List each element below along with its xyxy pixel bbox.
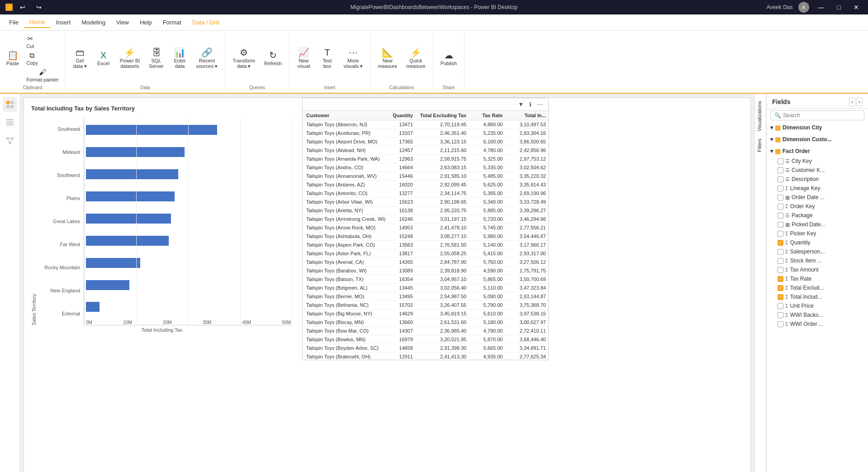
table-row[interactable]: Tailspin Toys (Armstrong Creek, WI)16246… [303, 215, 548, 224]
get-data-btn[interactable]: 🗃 Getdata ▾ [69, 46, 91, 71]
field-item[interactable]: ΣStock Item ... [767, 256, 868, 265]
table-row[interactable]: Tailspin Toys (Aspen Park, CO)135632,76,… [303, 241, 548, 249]
field-checkbox[interactable] [778, 158, 783, 164]
field-item[interactable]: ▦Picked Date... [767, 220, 868, 229]
table-row[interactable]: Tailspin Toys (Arbor Vitae, WI)156232,90… [303, 198, 548, 206]
table-row[interactable]: Tailspin Toys (Airport Drive, MO)173653,… [303, 138, 548, 146]
table-row[interactable]: Tailspin Toys (Andrix, CO)146642,63,083.… [303, 163, 548, 172]
table-row[interactable]: Tailspin Toys (Antonito, CO)132772,34,11… [303, 189, 548, 198]
new-visual-btn[interactable]: 📈 Newvisual [293, 46, 315, 71]
copy-btn[interactable]: ⧉ Copy [24, 51, 41, 67]
table-row[interactable]: Tailspin Toys (Avenal, CA)142652,84,787.… [303, 258, 548, 267]
maximize-btn[interactable]: □ [834, 2, 844, 13]
publish-btn[interactable]: ☁ Publish [437, 49, 460, 68]
report-view-icon[interactable] [3, 97, 17, 112]
field-checkbox[interactable] [778, 312, 783, 318]
field-item[interactable]: ΣUnit Price [767, 301, 868, 310]
table-row[interactable]: Tailspin Toys (Baraboo, WI)130892,39,818… [303, 267, 548, 275]
field-checkbox[interactable] [778, 195, 783, 200]
table-row[interactable]: Tailspin Toys (Ashtabula, OH)152483,08,2… [303, 232, 548, 241]
model-view-icon[interactable] [3, 133, 17, 148]
col-quantity[interactable]: Quantity [389, 111, 417, 120]
table-scroll[interactable]: Customer Quantity Total Excluding Tax Ta… [303, 111, 548, 360]
table-row[interactable]: Tailspin Toys (Biscay, MN)136602,61,531.… [303, 318, 548, 327]
field-checkbox[interactable] [778, 176, 783, 182]
refresh-btn[interactable]: ↻ Refresh [261, 49, 285, 68]
field-item[interactable]: ΣPicker Key [767, 229, 868, 238]
table-row[interactable]: Tailspin Toys (Astor Park, FL)138172,55,… [303, 249, 548, 258]
field-item[interactable]: ✓ΣTax Rate [767, 274, 868, 283]
table-row[interactable]: Tailspin Toys (Bernie, MO)134952,54,987.… [303, 292, 548, 301]
field-checkbox[interactable] [778, 231, 783, 237]
menu-insert[interactable]: Insert [51, 17, 76, 28]
field-item[interactable]: ΣSalesperson... [767, 247, 868, 256]
quick-measure-btn[interactable]: ⚡ Quickmeasure [403, 46, 429, 71]
table-row[interactable]: Tailspin Toys (Amanda Park, WA)129632,58… [303, 155, 548, 163]
table-more-btn[interactable]: ⋯ [535, 100, 545, 109]
filters-tab[interactable]: Filters [755, 135, 766, 156]
report-canvas[interactable]: Total Including Tax by Sales Territory S… [24, 97, 751, 472]
field-item[interactable]: ☰Package [767, 211, 868, 220]
field-group-header[interactable]: ▾▦Fact Order [767, 146, 868, 157]
table-row[interactable]: Tailspin Toys (Bratenahl, OH)129112,41,4… [303, 353, 548, 361]
visualizations-tab[interactable]: Visualizations [755, 97, 766, 135]
table-row[interactable]: Tailspin Toys (Annamoriah, WV)154462,91,… [303, 172, 548, 181]
menu-modeling[interactable]: Modeling [76, 17, 111, 28]
transform-data-btn[interactable]: ⚙ Transformdata ▾ [229, 46, 259, 71]
table-row[interactable]: Tailspin Toys (Aceitunas, PR)131072,46,3… [303, 129, 548, 138]
col-customer[interactable]: Customer [303, 111, 389, 120]
cut-btn[interactable]: ✂ Cut [24, 33, 37, 50]
undo-btn[interactable]: ↩ [16, 2, 29, 13]
table-filter-btn[interactable]: ▼ [516, 100, 526, 109]
field-item[interactable]: ✓ΣTotal Exclud... [767, 283, 868, 292]
field-item[interactable]: ▦Order Date ... [767, 193, 868, 202]
field-item[interactable]: ΣTax Amount [767, 265, 868, 274]
close-btn[interactable]: ✕ [850, 2, 863, 13]
menu-help[interactable]: Help [134, 17, 157, 28]
field-checkbox[interactable] [778, 249, 783, 255]
menu-data-drill[interactable]: Data / Drill [187, 17, 225, 28]
field-item[interactable]: ☰Description [767, 175, 868, 184]
field-group-header[interactable]: ▾▦Dimension Custo... [767, 134, 868, 145]
table-row[interactable]: Tailspin Toys (Big Moose, NY)146293,45,8… [303, 310, 548, 318]
field-item[interactable]: ΣWWI Order ... [767, 319, 868, 329]
field-checkbox[interactable]: ✓ [778, 285, 783, 291]
field-item[interactable]: ΣWWI Backo... [767, 310, 868, 319]
table-row[interactable]: Tailspin Toys (Alstead, NH)124572,11,215… [303, 146, 548, 155]
menu-home[interactable]: Home [24, 17, 51, 28]
table-info-btn[interactable]: ℹ [527, 100, 533, 109]
field-checkbox[interactable] [778, 222, 783, 228]
user-avatar[interactable]: A [798, 2, 809, 13]
table-row[interactable]: Tailspin Toys (Antares, AZ)160202,92,099… [303, 181, 548, 189]
field-item[interactable]: ΣOrder Key [767, 202, 868, 211]
recent-sources-btn[interactable]: 🔗 Recentsources ▾ [193, 46, 222, 71]
fields-nav-prev[interactable]: ‹ [849, 97, 855, 106]
excel-btn[interactable]: X Excel [93, 49, 114, 68]
text-box-btn[interactable]: T Textbox [317, 46, 338, 71]
table-row[interactable]: Tailspin Toys (Arrow Rock, MO)149532,41,… [303, 224, 548, 232]
field-checkbox[interactable] [778, 321, 783, 327]
redo-btn[interactable]: ↪ [33, 2, 45, 13]
table-row[interactable]: Tailspin Toys (Batson, TX)163543,04,957.… [303, 275, 548, 284]
menu-format[interactable]: Format [157, 17, 187, 28]
table-row[interactable]: Tailspin Toys (Bowlus, MN)169793,20,521.… [303, 335, 548, 344]
field-checkbox[interactable] [778, 186, 783, 191]
new-measure-btn[interactable]: 📐 Newmeasure [374, 46, 401, 71]
col-total-excl-tax[interactable]: Total Excluding Tax [417, 111, 470, 120]
power-bi-datasets-btn[interactable]: ⚡ Power BIdatasets [116, 46, 144, 71]
table-row[interactable]: Tailspin Toys (Belgreen, AL)134453,02,05… [303, 284, 548, 292]
fields-search-box[interactable]: 🔍 [770, 110, 864, 120]
bar-chart[interactable]: Total Including Tax by Sales Territory S… [24, 98, 300, 360]
table-row[interactable]: Tailspin Toys (Arietta, NY)161382,95,220… [303, 206, 548, 215]
field-checkbox[interactable] [778, 258, 783, 264]
field-item[interactable]: ΣLineage Key [767, 184, 868, 193]
data-view-icon[interactable] [3, 115, 17, 130]
data-table-container[interactable]: ▼ ℹ ⋯ Customer Quantity Total Excluding … [302, 98, 549, 360]
enter-data-btn[interactable]: 📊 Enterdata [169, 46, 191, 71]
fields-search-input[interactable] [783, 112, 860, 119]
field-checkbox[interactable]: ✓ [778, 294, 783, 300]
menu-view[interactable]: View [111, 17, 134, 28]
field-checkbox[interactable] [778, 167, 783, 173]
table-row[interactable]: Tailspin Toys (Absecon, NJ)134712,70,119… [303, 120, 548, 129]
paste-btn[interactable]: 📋 Paste [4, 50, 22, 67]
